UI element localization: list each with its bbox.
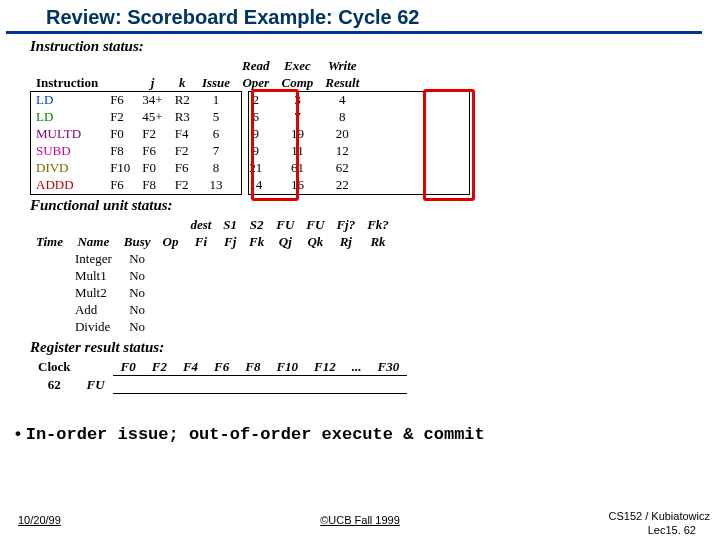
fu-col-op: Op [157, 233, 185, 250]
instr-result: 62 [319, 159, 365, 176]
instr-comp: 7 [276, 108, 320, 125]
instr-comp: 16 [276, 176, 320, 193]
instr-k: F2 [169, 176, 196, 193]
instr-oper: 2 [236, 91, 275, 108]
fu-col-s1: S1 [217, 216, 243, 233]
instr-issue: 8 [196, 159, 236, 176]
instr-result: 22 [319, 176, 365, 193]
fu-row: AddNo [30, 301, 395, 318]
reg-col: F6 [206, 358, 237, 376]
instr-k: F6 [169, 159, 196, 176]
instr-result: 12 [319, 142, 365, 159]
instr-row: LDF634+R21234 [30, 91, 365, 108]
instr-k: R2 [169, 91, 196, 108]
bullet-summary: • In-order issue; out-of-order execute &… [15, 424, 705, 444]
col-write: Write [319, 57, 365, 74]
fu-col-fj: Fj [217, 233, 243, 250]
footer-copyright: ©UCB Fall 1999 [320, 514, 400, 526]
fu-col-fu2: FU [300, 216, 330, 233]
reg-cell [370, 376, 408, 394]
instr-row: LDF245+R35678 [30, 108, 365, 125]
col-k: k [169, 74, 196, 91]
reg-col: F8 [237, 358, 268, 376]
instr-result: 20 [319, 125, 365, 142]
instr-k: F2 [169, 142, 196, 159]
fu-row: DivideNo [30, 318, 395, 335]
reg-col: F10 [268, 358, 306, 376]
fu-row: IntegerNo [30, 250, 395, 267]
fu-col-name: Name [69, 233, 118, 250]
instr-issue: 1 [196, 91, 236, 108]
instr-comp: 61 [276, 159, 320, 176]
instr-k: R3 [169, 108, 196, 125]
instr-dest: F6 [104, 91, 136, 108]
instr-dest: F10 [104, 159, 136, 176]
fu-col-qj: Qj [270, 233, 300, 250]
reg-cell [113, 376, 144, 394]
fu-name: Divide [69, 318, 118, 335]
fu-col-s2: S2 [243, 216, 270, 233]
fu-col-fk: Fk [243, 233, 270, 250]
reg-col: F12 [306, 358, 344, 376]
fu-name: Add [69, 301, 118, 318]
fu-col-time: Time [30, 233, 69, 250]
fu-busy: No [118, 284, 157, 301]
instr-comp: 19 [276, 125, 320, 142]
instr-row: ADDDF6F8F213141622 [30, 176, 365, 193]
instr-row: SUBDF8F6F2791112 [30, 142, 365, 159]
reg-cell [144, 376, 175, 394]
instr-row: DIVDF10F0F68216162 [30, 159, 365, 176]
instr-status-heading: Instruction status: [30, 38, 720, 55]
instr-op: LD [30, 108, 104, 125]
instr-dest: F0 [104, 125, 136, 142]
fu-col-rj: Rj [330, 233, 361, 250]
instr-oper: 9 [236, 125, 275, 142]
fu-col-fu1: FU [270, 216, 300, 233]
col-comp: Comp [276, 74, 320, 91]
fu-name: Mult1 [69, 267, 118, 284]
instr-result: 8 [319, 108, 365, 125]
instr-dest: F8 [104, 142, 136, 159]
col-j: j [136, 74, 168, 91]
footer-date: 10/20/99 [18, 514, 61, 526]
instr-issue: 6 [196, 125, 236, 142]
reg-cell [237, 376, 268, 394]
instr-j: F8 [136, 176, 168, 193]
reg-cell [268, 376, 306, 394]
fu-row: Mult1No [30, 267, 395, 284]
instr-dest: F2 [104, 108, 136, 125]
instr-result: 4 [319, 91, 365, 108]
col-exec: Exec [276, 57, 320, 74]
reg-col: F2 [144, 358, 175, 376]
functional-unit-table: dest S1 S2 FU FU Fj? Fk? Time Name Busy … [30, 216, 720, 335]
fu-status-heading: Functional unit status: [30, 197, 720, 214]
register-result-table: ClockF0F2F4F6F8F10F12...F3062FU [30, 358, 720, 394]
reg-col: F30 [370, 358, 408, 376]
fu-busy: No [118, 318, 157, 335]
reg-col: F0 [113, 358, 144, 376]
instr-op: ADDD [30, 176, 104, 193]
fu-col-fkq: Fk? [361, 216, 395, 233]
instr-j: 34+ [136, 91, 168, 108]
instr-comp: 11 [276, 142, 320, 159]
fu-label: FU [79, 376, 113, 394]
fu-name: Integer [69, 250, 118, 267]
instr-op: DIVD [30, 159, 104, 176]
instr-j: F2 [136, 125, 168, 142]
instr-oper: 14 [236, 176, 275, 193]
instr-row: MULTDF0F2F4691920 [30, 125, 365, 142]
instr-j: 45+ [136, 108, 168, 125]
fu-col-dest: dest [184, 216, 217, 233]
reg-col: ... [344, 358, 370, 376]
instr-op: MULTD [30, 125, 104, 142]
instr-j: F0 [136, 159, 168, 176]
reg-cell [306, 376, 344, 394]
clock-label: Clock [30, 358, 79, 376]
col-oper: Oper [236, 74, 275, 91]
fu-col-qk: Qk [300, 233, 330, 250]
instr-op: SUBD [30, 142, 104, 159]
fu-col-rk: Rk [361, 233, 395, 250]
fu-name: Mult2 [69, 284, 118, 301]
instr-oper: 21 [236, 159, 275, 176]
clock-value: 62 [30, 376, 79, 394]
